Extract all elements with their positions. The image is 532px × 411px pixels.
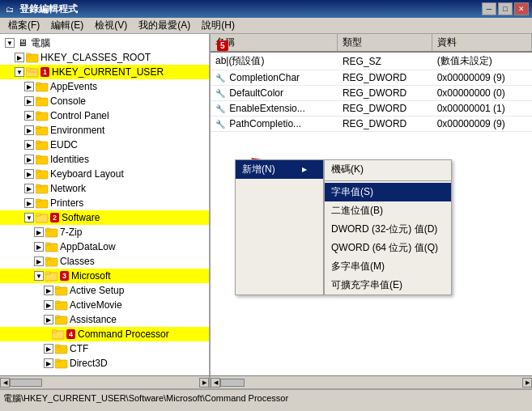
expand-icon[interactable]: ▶ bbox=[44, 358, 53, 368]
svg-rect-1 bbox=[26, 53, 31, 56]
svg-rect-16 bbox=[36, 155, 40, 158]
tree-eudc[interactable]: ▶ EUDC bbox=[0, 138, 209, 152]
submenu-expandstring[interactable]: 可擴充字串值(E) bbox=[325, 276, 451, 294]
expand-icon[interactable]: ▼ bbox=[24, 213, 34, 222]
expand-icon[interactable]: ▶ bbox=[24, 169, 34, 179]
submenu-multistring[interactable]: 多字串值(M) bbox=[325, 257, 451, 276]
tree-direct3d[interactable]: ▶ Direct3D bbox=[0, 356, 209, 371]
tree-active-setup[interactable]: ▶ Active Setup bbox=[0, 283, 209, 298]
scrollbar-thumb[interactable] bbox=[10, 379, 42, 387]
tree-network[interactable]: ▶ Network bbox=[0, 181, 209, 196]
tree-software[interactable]: ▼ 2 Software bbox=[0, 210, 209, 225]
scroll-left-btn[interactable]: ◀ bbox=[211, 378, 220, 388]
tree-appevents[interactable]: ▶ AppEvents bbox=[0, 79, 209, 94]
tree-control-panel[interactable]: ▶ Control Panel bbox=[0, 108, 209, 123]
expand-icon[interactable]: ▶ bbox=[24, 198, 34, 208]
expand-icon[interactable]: ▶ bbox=[24, 111, 34, 121]
table-row[interactable]: 🔧 PathCompletio... REG_DWORD 0x00000009 … bbox=[211, 117, 532, 132]
tree-activemovie[interactable]: ▶ ActiveMovie bbox=[0, 298, 209, 312]
expand-icon[interactable]: ▶ bbox=[24, 140, 34, 150]
tree-keyboard-layout[interactable]: ▶ Keyboard Layout bbox=[0, 167, 209, 181]
svg-rect-38 bbox=[55, 316, 60, 318]
tree-classes[interactable]: ▶ Classes bbox=[0, 254, 209, 269]
expand-icon[interactable]: ▶ bbox=[24, 125, 34, 135]
right-scrollbar[interactable]: ◀ ▶ bbox=[211, 376, 532, 388]
expand-icon[interactable]: ▶ bbox=[44, 300, 53, 310]
table-row[interactable]: 🔧 DefaultColor REG_DWORD 0x00000000 (0) bbox=[211, 86, 532, 101]
assistance-label: Assistance bbox=[70, 314, 117, 325]
expand-icon[interactable]: ▶ bbox=[24, 96, 34, 106]
submenu-string[interactable]: 字串值(S) bbox=[325, 183, 451, 201]
scrollbar-track[interactable] bbox=[10, 379, 199, 387]
submenu-dword[interactable]: DWORD (32-位元) 值(D) bbox=[325, 220, 451, 239]
menu-edit[interactable]: 編輯(E) bbox=[46, 17, 88, 34]
expand-icon[interactable]: ▶ bbox=[34, 242, 44, 252]
submenu-qword[interactable]: QWORD (64 位元) 值(Q) bbox=[325, 239, 451, 257]
submenu-key[interactable]: 機碼(K) bbox=[325, 160, 451, 179]
tree-appdatalow[interactable]: ▶ AppDataLow bbox=[0, 239, 209, 254]
tree-computer[interactable]: ▼ 🖥 電腦 bbox=[0, 36, 209, 50]
minimize-button[interactable]: ─ bbox=[482, 2, 496, 15]
table-row[interactable]: 🔧 EnableExtensio... REG_DWORD 0x00000001… bbox=[211, 101, 532, 117]
expand-icon[interactable]: ▶ bbox=[24, 155, 34, 164]
tree-assistance[interactable]: ▶ Assistance bbox=[0, 312, 209, 327]
tree-command-processor[interactable]: 4 Command Processor bbox=[0, 327, 209, 341]
classes-label: Classes bbox=[60, 256, 95, 267]
row-data: 0x00000009 (9) bbox=[432, 117, 532, 132]
scroll-right-btn[interactable]: ▶ bbox=[522, 378, 532, 388]
scrollbar-track[interactable] bbox=[220, 379, 522, 387]
scroll-right-btn[interactable]: ▶ bbox=[199, 378, 209, 388]
network-label: Network bbox=[50, 183, 86, 194]
registry-tree[interactable]: ▼ 🖥 電腦 ▶ HKEY_CLASSES_ROOT ▼ 1 HKEY_CURR… bbox=[0, 34, 211, 375]
table-row[interactable]: 🔧 CompletionChar REG_DWORD 0x00000009 (9… bbox=[211, 70, 532, 86]
menu-help[interactable]: 說明(H) bbox=[197, 17, 240, 34]
ctx-new-item[interactable]: 新增(N) bbox=[236, 160, 323, 179]
folder-icon bbox=[26, 52, 39, 63]
tree-hkey-classes-root[interactable]: ▶ HKEY_CLASSES_ROOT bbox=[0, 50, 209, 65]
collapse-icon[interactable]: ▼ bbox=[5, 38, 15, 48]
7zip-label: 7-Zip bbox=[60, 227, 82, 238]
expand-icon[interactable]: ▶ bbox=[24, 184, 34, 193]
folder-icon bbox=[36, 125, 49, 136]
menu-file[interactable]: 檔案(F) bbox=[3, 17, 45, 34]
direct3d-label: Direct3D bbox=[70, 358, 108, 369]
svg-rect-32 bbox=[45, 272, 50, 274]
folder-icon bbox=[36, 183, 49, 194]
menu-view[interactable]: 檢視(V) bbox=[90, 17, 132, 34]
maximize-button[interactable]: □ bbox=[498, 2, 513, 15]
close-button[interactable]: ✕ bbox=[514, 2, 529, 15]
tree-printers[interactable]: ▶ Printers bbox=[0, 196, 209, 210]
svg-rect-28 bbox=[45, 243, 50, 245]
expand-icon[interactable]: ▶ bbox=[15, 53, 24, 62]
expand-icon[interactable]: ▶ bbox=[34, 227, 44, 237]
row-type: REG_DWORD bbox=[338, 117, 432, 132]
svg-rect-6 bbox=[36, 83, 40, 85]
appdatalow-label: AppDataLow bbox=[60, 241, 116, 252]
tree-7zip[interactable]: ▶ 7-Zip bbox=[0, 225, 209, 239]
left-scrollbar[interactable]: ◀ ▶ bbox=[0, 376, 211, 388]
submenu-binary[interactable]: 二進位值(B) bbox=[325, 201, 451, 220]
tree-ctf[interactable]: ▶ CTF bbox=[0, 341, 209, 356]
main-context-menu: 新增(N) bbox=[235, 159, 324, 295]
scroll-left-btn[interactable]: ◀ bbox=[0, 378, 10, 388]
tree-microsoft[interactable]: ▼ 3 Microsoft bbox=[0, 269, 209, 283]
expand-icon[interactable]: ▼ bbox=[15, 67, 24, 77]
expand-icon[interactable]: ▶ bbox=[24, 82, 34, 91]
tree-environment[interactable]: ▶ Environment bbox=[0, 123, 209, 138]
folder-icon bbox=[55, 299, 68, 311]
app-icon: 🗂 bbox=[3, 2, 16, 15]
scrollbar-thumb[interactable] bbox=[220, 379, 245, 387]
table-row[interactable]: ab|(預設值) REG_SZ (數值未設定) bbox=[211, 52, 532, 70]
svg-rect-18 bbox=[36, 170, 40, 172]
expand-icon[interactable]: ▶ bbox=[44, 315, 53, 324]
folder-icon bbox=[36, 81, 49, 92]
expand-icon[interactable]: ▼ bbox=[34, 271, 44, 281]
expand-icon[interactable]: ▶ bbox=[44, 344, 53, 354]
menu-favorites[interactable]: 我的最愛(A) bbox=[134, 17, 195, 34]
tree-identities[interactable]: ▶ Identities bbox=[0, 152, 209, 167]
tree-hkey-current-user[interactable]: ▼ 1 HKEY_CURRENT_USER bbox=[0, 65, 209, 79]
expand-icon[interactable]: ▶ bbox=[34, 256, 44, 266]
control-panel-label: Control Panel bbox=[50, 110, 109, 121]
expand-icon[interactable]: ▶ bbox=[44, 286, 53, 295]
tree-console[interactable]: ▶ Console bbox=[0, 94, 209, 108]
